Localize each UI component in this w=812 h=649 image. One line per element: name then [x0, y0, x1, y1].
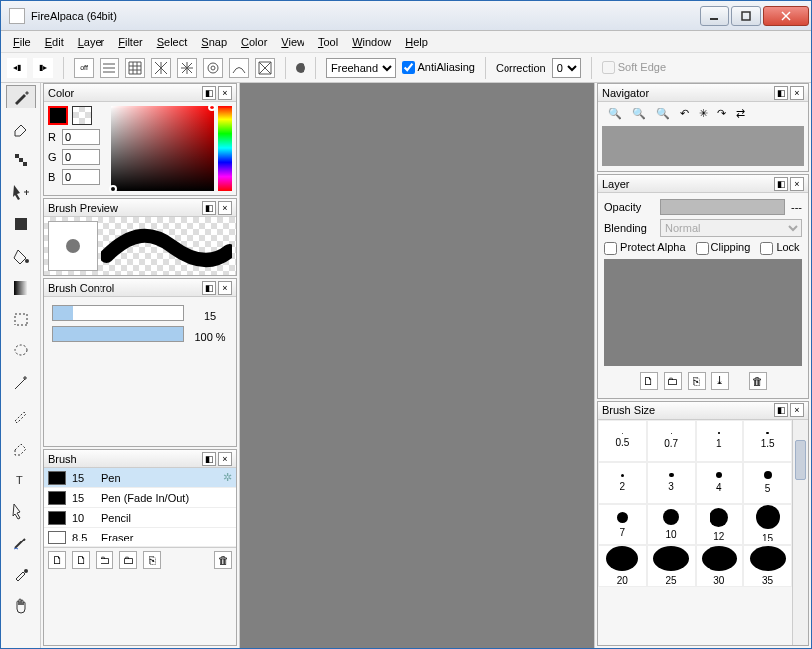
blending-select[interactable]: Normal: [660, 219, 802, 237]
correction-select[interactable]: 0: [552, 58, 581, 78]
navigator-preview[interactable]: [602, 126, 804, 166]
merge-layer-icon[interactable]: ⤓: [711, 372, 729, 390]
zoom-fit-icon[interactable]: 🔍: [656, 108, 670, 120]
snap-vanish-icon[interactable]: [255, 58, 275, 78]
menu-filter[interactable]: Filter: [112, 34, 148, 50]
dot-tool[interactable]: [6, 148, 36, 172]
undock-icon[interactable]: ◧: [774, 403, 788, 417]
clipping-checkbox[interactable]: Clipping: [696, 241, 751, 255]
dup-folder-icon[interactable]: 🗀: [119, 551, 137, 569]
divide-tool[interactable]: [6, 531, 36, 554]
brush-size-cell[interactable]: 35: [743, 545, 792, 587]
add-brush-image-icon[interactable]: 🗋: [72, 551, 90, 569]
new-layer-icon[interactable]: 🗋: [640, 372, 658, 390]
new-folder-icon[interactable]: 🗀: [664, 372, 682, 390]
snap-curve-icon[interactable]: [229, 58, 249, 78]
menu-help[interactable]: Help: [399, 34, 434, 50]
canvas-area[interactable]: [240, 83, 594, 648]
brush-list-row[interactable]: 10Pencil: [44, 508, 236, 528]
brush-size-cell[interactable]: 3: [647, 462, 696, 504]
eyedropper-tool[interactable]: [6, 562, 36, 586]
nav-next-icon[interactable]: ▮▸: [33, 58, 53, 78]
brush-size-cell[interactable]: 2: [598, 462, 647, 504]
brush-size-cell[interactable]: 15: [743, 504, 792, 545]
r-input[interactable]: [62, 129, 100, 145]
minimize-button[interactable]: [700, 6, 729, 26]
scrollbar[interactable]: [792, 420, 808, 645]
menu-edit[interactable]: Edit: [39, 34, 70, 50]
brush-size-cell[interactable]: 4: [696, 462, 744, 504]
brush-tool[interactable]: [6, 85, 36, 108]
menu-view[interactable]: View: [275, 34, 310, 50]
undock-icon[interactable]: ◧: [202, 86, 216, 100]
brush-size-cell[interactable]: 5: [743, 462, 792, 504]
select-eraser-tool[interactable]: [6, 435, 36, 459]
brush-size-cell[interactable]: 0.7: [647, 420, 696, 462]
brush-size-cell[interactable]: 20: [598, 545, 647, 587]
undock-icon[interactable]: ◧: [202, 452, 216, 466]
undock-icon[interactable]: ◧: [202, 281, 216, 295]
snap-parallel-icon[interactable]: [100, 58, 119, 78]
snap-radial-icon[interactable]: [177, 58, 197, 78]
undock-icon[interactable]: ◧: [774, 177, 788, 191]
brush-size-cell[interactable]: 30: [696, 545, 744, 587]
close-icon[interactable]: ×: [218, 86, 232, 100]
b-input[interactable]: [62, 169, 100, 185]
maximize-button[interactable]: [731, 6, 761, 26]
fill-tool[interactable]: [6, 212, 36, 236]
undock-icon[interactable]: ◧: [774, 86, 788, 100]
brush-list-row[interactable]: 15Pen (Fade In/Out): [44, 488, 236, 508]
operation-tool[interactable]: [6, 499, 36, 523]
gear-icon[interactable]: ✲: [223, 471, 232, 484]
brush-size-cell[interactable]: 1.5: [743, 420, 792, 462]
select-pen-tool[interactable]: [6, 403, 36, 427]
lock-checkbox[interactable]: Lock: [760, 241, 799, 255]
softedge-checkbox[interactable]: Soft Edge: [602, 61, 666, 75]
move-tool[interactable]: [6, 180, 36, 204]
layer-opacity-slider[interactable]: [660, 199, 785, 215]
brush-opacity-slider[interactable]: [52, 326, 184, 342]
magic-wand-tool[interactable]: [6, 371, 36, 395]
g-input[interactable]: [62, 149, 100, 165]
snap-off-icon[interactable]: [74, 58, 94, 78]
delete-brush-icon[interactable]: 🗑: [214, 551, 232, 569]
brush-list-row[interactable]: 8.5Eraser: [44, 528, 236, 547]
flip-icon[interactable]: ⇄: [736, 108, 745, 120]
brush-size-cell[interactable]: 7: [598, 504, 647, 545]
delete-layer-icon[interactable]: 🗑: [749, 372, 767, 390]
text-tool[interactable]: T: [6, 467, 36, 491]
close-icon[interactable]: ×: [790, 403, 804, 417]
zoom-in-icon[interactable]: 🔍: [608, 108, 622, 120]
brush-listbox[interactable]: 15Pen✲15Pen (Fade In/Out)10Pencil8.5Eras…: [44, 468, 236, 547]
brush-size-cell[interactable]: 10: [647, 504, 696, 545]
select-lasso-tool[interactable]: [6, 339, 36, 363]
select-rect-tool[interactable]: [6, 308, 36, 331]
bucket-tool[interactable]: [6, 244, 36, 268]
folder-icon[interactable]: 🗀: [96, 551, 113, 569]
color-field[interactable]: [111, 106, 214, 191]
brush-size-cell[interactable]: 1: [696, 420, 744, 462]
snap-crisscross-icon[interactable]: [151, 58, 171, 78]
secondary-color-swatch[interactable]: [72, 106, 92, 125]
menu-window[interactable]: Window: [346, 34, 397, 50]
snap-circle-icon[interactable]: [203, 58, 223, 78]
nav-prev-icon[interactable]: ◂▮: [7, 58, 27, 78]
hue-slider[interactable]: [218, 106, 232, 191]
menu-color[interactable]: Color: [235, 34, 273, 50]
menu-layer[interactable]: Layer: [72, 34, 111, 50]
brush-size-cell[interactable]: 12: [696, 504, 744, 545]
primary-color-swatch[interactable]: [48, 106, 68, 125]
close-icon[interactable]: ×: [790, 86, 804, 100]
close-button[interactable]: [763, 6, 809, 26]
zoom-out-icon[interactable]: 🔍: [632, 108, 646, 120]
add-brush-icon[interactable]: 🗋: [48, 551, 66, 569]
antialias-checkbox[interactable]: AntiAliasing: [402, 61, 475, 75]
menu-file[interactable]: File: [7, 34, 37, 50]
close-icon[interactable]: ×: [218, 281, 232, 295]
hand-tool[interactable]: [6, 594, 36, 618]
close-icon[interactable]: ×: [790, 177, 804, 191]
rotate-reset-icon[interactable]: ✳: [699, 108, 708, 120]
protect-alpha-checkbox[interactable]: Protect Alpha: [604, 241, 686, 255]
menu-snap[interactable]: Snap: [195, 34, 233, 50]
draw-mode-select[interactable]: Freehand: [326, 58, 396, 78]
